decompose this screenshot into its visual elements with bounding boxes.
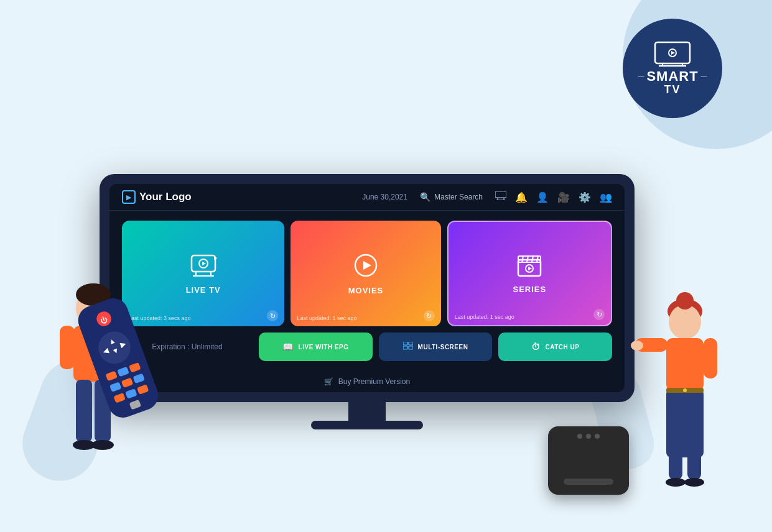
tv-screen: ▶ Your Logo June 30,2021 🔍 Master Search…	[109, 184, 625, 392]
tv-header: ▶ Your Logo June 30,2021 🔍 Master Search…	[109, 184, 625, 211]
logo-area: ▶ Your Logo	[122, 190, 350, 204]
date-label: June 30,2021	[362, 193, 407, 201]
header-icons: 🔔 👤 🎥 ⚙️ 👥	[495, 191, 612, 203]
search-area[interactable]: 🔍 Master Search	[420, 192, 483, 202]
svg-rect-10	[76, 380, 92, 442]
movies-updated: Last updated: 1 sec ago	[297, 315, 356, 321]
set-top-dot-3	[595, 434, 600, 439]
live-epg-label: LIVE WITH EPG	[299, 344, 349, 351]
svg-line-63	[527, 256, 528, 262]
video-icon[interactable]: 🎥	[557, 191, 570, 203]
user-icon[interactable]: 👤	[536, 191, 549, 203]
svg-rect-68	[403, 342, 407, 345]
svg-rect-69	[409, 342, 413, 345]
settings-icon[interactable]: ⚙️	[579, 191, 591, 203]
live-tv-icon: ▶	[189, 253, 218, 280]
movies-card[interactable]: MOVIES Last updated: 1 sec ago ↻	[291, 221, 440, 326]
notification-icon[interactable]: 🔔	[515, 191, 528, 203]
multi-screen-icon	[403, 342, 413, 352]
series-refresh-icon[interactable]: ↻	[593, 309, 605, 320]
tv-bezel: ▶ Your Logo June 30,2021 🔍 Master Search…	[100, 174, 635, 402]
person-right-figure	[629, 277, 741, 501]
search-icon: 🔍	[420, 192, 430, 202]
logo-text: Your Logo	[139, 191, 192, 203]
svg-line-64	[532, 256, 533, 262]
set-top-dot-1	[577, 434, 582, 439]
svg-rect-47	[495, 191, 506, 198]
catch-up-icon: ⏱	[531, 342, 541, 352]
tv-icon	[654, 41, 691, 68]
expiration-label: Expiration : Unlimited	[152, 342, 222, 351]
svg-line-65	[537, 256, 538, 262]
series-icon	[516, 254, 543, 280]
bottom-row: Expiration : Unlimited 📖 LIVE WITH EPG	[122, 332, 612, 361]
series-title: SERIES	[513, 285, 546, 294]
svg-point-43	[684, 478, 704, 487]
live-tv-title: LIVE TV	[186, 285, 221, 295]
svg-rect-38	[704, 338, 717, 378]
svg-marker-53	[202, 262, 206, 265]
tv-sub-label: TV	[664, 83, 681, 96]
tv-wrapper: ▶ Your Logo June 30,2021 🔍 Master Search…	[100, 174, 635, 429]
svg-point-46	[683, 388, 687, 392]
premium-bar[interactable]: 🛒 Buy Premium Version	[109, 371, 625, 392]
search-label: Master Search	[434, 193, 483, 201]
svg-rect-40	[669, 442, 682, 479]
svg-point-35	[676, 292, 694, 310]
svg-marker-4	[671, 51, 675, 55]
live-tv-refresh-icon[interactable]: ↻	[267, 310, 278, 321]
catch-up-card[interactable]: ⏱ CATCH UP	[498, 332, 612, 361]
set-top-dots	[577, 434, 600, 439]
catch-up-label: CATCH UP	[545, 344, 579, 351]
tv-base	[311, 421, 423, 429]
series-updated: Last updated: 1 sec ago	[455, 314, 514, 320]
cart-icon: 🛒	[324, 377, 333, 386]
svg-point-34	[669, 305, 701, 339]
svg-marker-59	[363, 261, 371, 270]
svg-rect-36	[666, 338, 704, 391]
svg-rect-70	[403, 346, 407, 349]
tv-content: ▶ LIVE TV Last updated: 3 secs ago ↻	[109, 211, 625, 371]
series-card[interactable]: SERIES Last updated: 1 sec ago ↻	[447, 221, 612, 326]
movies-icon	[353, 252, 379, 281]
premium-label: Buy Premium Version	[338, 377, 410, 386]
svg-rect-71	[409, 346, 413, 349]
svg-marker-67	[528, 267, 532, 270]
users-icon[interactable]: 👥	[600, 191, 612, 203]
movies-title: MOVIES	[348, 286, 384, 295]
movies-refresh-icon[interactable]: ↻	[424, 310, 435, 321]
tv-stand	[100, 402, 635, 429]
svg-rect-41	[687, 442, 701, 479]
set-top-bar	[564, 479, 613, 485]
smart-tv-label: SMART	[646, 70, 698, 83]
tv-guide-icon[interactable]	[495, 191, 506, 203]
svg-text:▶: ▶	[214, 255, 218, 260]
multi-screen-card[interactable]: MULTI-SCREEN	[379, 332, 493, 361]
tv-neck	[348, 402, 386, 421]
logo-play-icon: ▶	[122, 190, 136, 204]
live-epg-card[interactable]: 📖 LIVE WITH EPG	[259, 332, 373, 361]
live-epg-icon: 📖	[282, 342, 294, 352]
set-top-box	[548, 426, 629, 495]
svg-line-62	[522, 256, 523, 262]
multi-screen-label: MULTI-SCREEN	[418, 344, 468, 351]
set-top-dot-2	[586, 434, 591, 439]
svg-point-44	[631, 341, 643, 351]
svg-point-42	[666, 478, 686, 487]
svg-point-13	[91, 440, 114, 450]
main-cards-row: ▶ LIVE TV Last updated: 3 secs ago ↻	[122, 221, 612, 326]
svg-rect-8	[60, 326, 75, 369]
smart-tv-badge: — SMART — TV	[623, 19, 722, 118]
